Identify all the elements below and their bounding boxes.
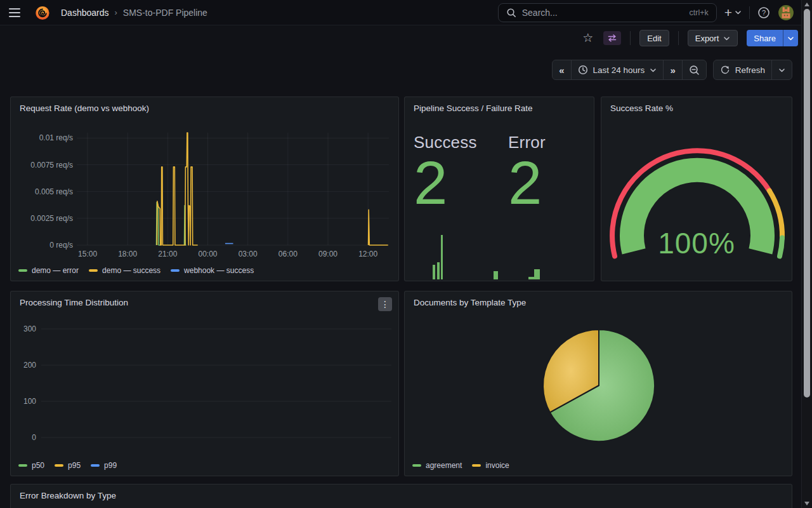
legend-color-pill — [55, 464, 63, 467]
hamburger-icon — [9, 8, 20, 10]
panel-processing-time: Processing Time Distribution ⋮ 010020030… — [10, 291, 399, 476]
scrollbar-thumb[interactable] — [804, 9, 810, 398]
legend-item[interactable]: demo — success — [89, 266, 160, 275]
dashboard-action-bar: ☆ Edit Export Share — [0, 25, 812, 51]
legend-item[interactable]: webhook — success — [171, 266, 254, 275]
edit-button[interactable]: Edit — [639, 30, 669, 46]
plus-icon: + — [724, 6, 732, 19]
toolbar-divider — [630, 31, 631, 45]
breadcrumb: Dashboards › SMS-to-PDF Pipeline — [61, 8, 207, 18]
share-dropdown-button[interactable] — [783, 30, 798, 46]
time-range-group: « Last 24 hours » — [552, 60, 707, 80]
request-rate-chart[interactable]: 15:0018:0021:0000:0003:0006:0009:0012:00… — [11, 120, 400, 266]
double-chevron-left-icon: « — [559, 65, 564, 76]
documents-pie-legend: agreementinvoice — [412, 461, 509, 470]
grafana-flame-icon — [34, 4, 51, 21]
avatar-icon — [778, 4, 794, 21]
svg-text:0.0025 req/s: 0.0025 req/s — [30, 214, 73, 223]
legend-label: agreement — [426, 461, 462, 470]
stat-error[interactable]: Error 2 — [499, 116, 594, 281]
search-input[interactable]: Search... ctrl+k — [498, 3, 717, 22]
stat-success[interactable]: Success 2 — [405, 116, 499, 281]
breadcrumb-current: SMS-to-PDF Pipeline — [123, 8, 207, 18]
question-circle-icon: ? — [757, 6, 770, 19]
chevron-down-icon — [735, 9, 742, 16]
user-avatar[interactable] — [778, 4, 794, 21]
export-label: Export — [695, 34, 719, 43]
breadcrumb-separator-icon: › — [115, 8, 117, 17]
panel-request-rate: Request Rate (demo vs webhook) 15:0018:0… — [10, 97, 399, 281]
svg-text:0.01 req/s: 0.01 req/s — [39, 133, 73, 142]
time-range-label: Last 24 hours — [593, 65, 645, 75]
processing-time-chart[interactable]: 0100200300 — [11, 314, 400, 450]
search-shortcut: ctrl+k — [690, 8, 709, 17]
star-icon: ☆ — [582, 31, 593, 44]
legend-color-pill — [171, 269, 180, 272]
legend-label: p99 — [104, 461, 117, 470]
time-range-picker-button[interactable]: Last 24 hours — [572, 60, 664, 79]
svg-text:21:00: 21:00 — [158, 250, 177, 258]
svg-text:0 req/s: 0 req/s — [49, 241, 73, 250]
nav-divider — [749, 6, 750, 19]
legend-label: demo — error — [32, 266, 79, 275]
svg-text:00:00: 00:00 — [199, 250, 218, 258]
documents-pie-chart[interactable] — [405, 303, 793, 468]
time-controls: « Last 24 hours » Refresh — [0, 60, 812, 80]
svg-text:100: 100 — [23, 397, 36, 406]
zoom-out-icon — [689, 65, 700, 76]
stat-sparkline — [499, 235, 594, 279]
panel-title[interactable]: Error Breakdown by Type — [20, 490, 116, 502]
help-button[interactable]: ? — [757, 6, 770, 19]
share-button[interactable]: Share — [747, 30, 783, 46]
legend-color-pill — [18, 464, 27, 467]
refresh-group: Refresh — [713, 60, 792, 80]
legend-item[interactable]: invoice — [472, 461, 509, 470]
legend-item[interactable]: p99 — [91, 461, 117, 470]
swap-arrows-icon — [607, 34, 617, 42]
refresh-icon — [720, 65, 730, 75]
legend-item[interactable]: p50 — [18, 461, 44, 470]
clock-icon — [578, 65, 588, 75]
time-shift-back-button[interactable]: « — [553, 60, 571, 79]
hamburger-icon — [9, 12, 20, 13]
request-rate-legend: demo — errordemo — successwebhook — succ… — [18, 266, 254, 275]
legend-item[interactable]: p95 — [55, 461, 81, 470]
panel-title[interactable]: Pipeline Success / Failure Rate — [414, 102, 533, 115]
scroll-up-arrow[interactable] — [804, 3, 809, 6]
toolbar-divider — [678, 31, 679, 45]
panel-documents-pie: Documents by Template Type agreementinvo… — [404, 291, 792, 476]
panel-pipeline-stats: Pipeline Success / Failure Rate Success … — [404, 97, 594, 281]
share-button-group: Share — [747, 30, 798, 46]
stat-container: Success 2 Error 2 — [405, 116, 594, 281]
scroll-down-arrow[interactable] — [804, 502, 809, 505]
legend-item[interactable]: demo — error — [18, 266, 79, 275]
panel-title[interactable]: Request Rate (demo vs webhook) — [20, 102, 149, 115]
refresh-label: Refresh — [735, 65, 765, 75]
time-shift-forward-button[interactable]: » — [664, 60, 682, 79]
menu-toggle-button[interactable] — [9, 5, 24, 20]
legend-item[interactable]: agreement — [412, 461, 462, 470]
add-button[interactable]: + — [724, 6, 742, 19]
zoom-out-time-button[interactable] — [683, 60, 706, 79]
kebab-icon: ⋮ — [381, 299, 390, 309]
svg-text:18:00: 18:00 — [118, 250, 137, 258]
stat-value: 2 — [508, 155, 594, 211]
chevron-down-icon — [650, 67, 657, 74]
breadcrumb-dashboards-link[interactable]: Dashboards — [61, 8, 109, 18]
svg-text:0: 0 — [32, 433, 36, 442]
edit-label: Edit — [647, 34, 661, 43]
page-scrollbar[interactable] — [801, 0, 812, 508]
panel-title[interactable]: Processing Time Distribution — [20, 297, 128, 309]
legend-color-pill — [91, 464, 100, 467]
refresh-button[interactable]: Refresh — [714, 60, 772, 79]
chevron-down-icon — [778, 67, 785, 74]
legend-label: p50 — [32, 461, 44, 470]
svg-text:0.0075 req/s: 0.0075 req/s — [30, 161, 73, 170]
grafana-logo[interactable] — [34, 4, 51, 21]
favorite-star-button[interactable]: ☆ — [581, 32, 594, 44]
toggle-view-button[interactable] — [603, 31, 621, 45]
refresh-interval-dropdown[interactable] — [772, 60, 792, 79]
double-chevron-right-icon: » — [670, 65, 675, 76]
export-button[interactable]: Export — [688, 30, 738, 46]
panel-menu-button[interactable]: ⋮ — [378, 297, 392, 311]
